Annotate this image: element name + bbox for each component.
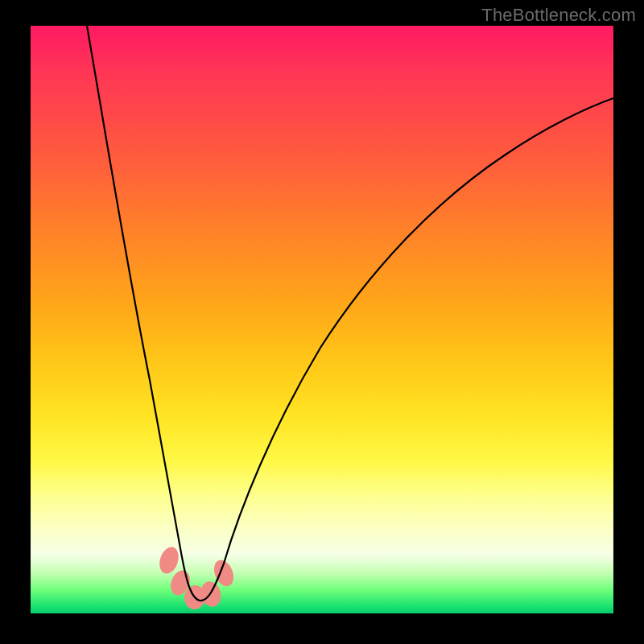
plot-area — [31, 26, 613, 613]
marker-blob-1 — [156, 544, 181, 576]
chart-frame: TheBottleneck.com — [0, 0, 644, 644]
marker-group — [156, 544, 237, 610]
curve-svg — [31, 26, 613, 613]
bottleneck-curve — [87, 26, 613, 601]
watermark-text: TheBottleneck.com — [481, 5, 636, 26]
